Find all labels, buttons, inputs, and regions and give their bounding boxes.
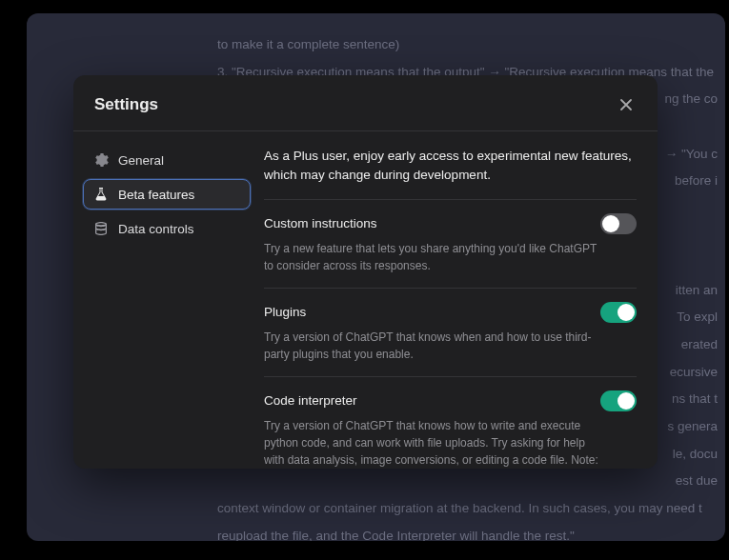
feature-custom-instructions: Custom instructions Try a new feature th… xyxy=(264,200,637,289)
gear-icon xyxy=(93,152,109,168)
feature-plugins: Plugins Try a version of ChatGPT that kn… xyxy=(264,289,637,377)
settings-sidebar: General Beta features Data controls xyxy=(73,131,260,469)
settings-content: As a Plus user, enjoy early access to ex… xyxy=(260,131,658,469)
database-icon xyxy=(93,221,109,236)
toggle-code-interpreter[interactable] xyxy=(600,390,637,411)
toggle-knob xyxy=(618,392,635,410)
beta-intro-text: As a Plus user, enjoy early access to ex… xyxy=(264,147,637,200)
sidebar-item-label: Beta features xyxy=(118,188,194,202)
flask-icon xyxy=(93,187,109,202)
toggle-knob xyxy=(602,215,619,232)
sidebar-item-label: General xyxy=(118,153,164,168)
close-button[interactable] xyxy=(616,94,637,115)
feature-description: Try a version of ChatGPT that knows how … xyxy=(264,417,607,470)
sidebar-item-beta-features[interactable]: Beta features xyxy=(83,179,251,210)
feature-title: Custom instructions xyxy=(264,216,377,230)
close-icon xyxy=(619,98,633,111)
sidebar-item-general[interactable]: General xyxy=(83,145,251,175)
toggle-knob xyxy=(618,304,635,321)
modal-header: Settings xyxy=(73,75,658,131)
toggle-custom-instructions[interactable] xyxy=(600,213,637,234)
toggle-plugins[interactable] xyxy=(600,302,637,323)
modal-body: General Beta features Data controls As a… xyxy=(73,131,658,469)
feature-title: Code interpreter xyxy=(264,393,357,408)
feature-description: Try a new feature that lets you share an… xyxy=(264,240,607,274)
sidebar-item-label: Data controls xyxy=(118,222,194,236)
feature-description: Try a version of ChatGPT that knows when… xyxy=(264,329,607,363)
settings-modal: Settings General Beta features xyxy=(73,75,658,469)
feature-title: Plugins xyxy=(264,305,306,319)
sidebar-item-data-controls[interactable]: Data controls xyxy=(83,213,251,244)
modal-title: Settings xyxy=(94,95,158,114)
feature-code-interpreter: Code interpreter Try a version of ChatGP… xyxy=(264,377,637,470)
